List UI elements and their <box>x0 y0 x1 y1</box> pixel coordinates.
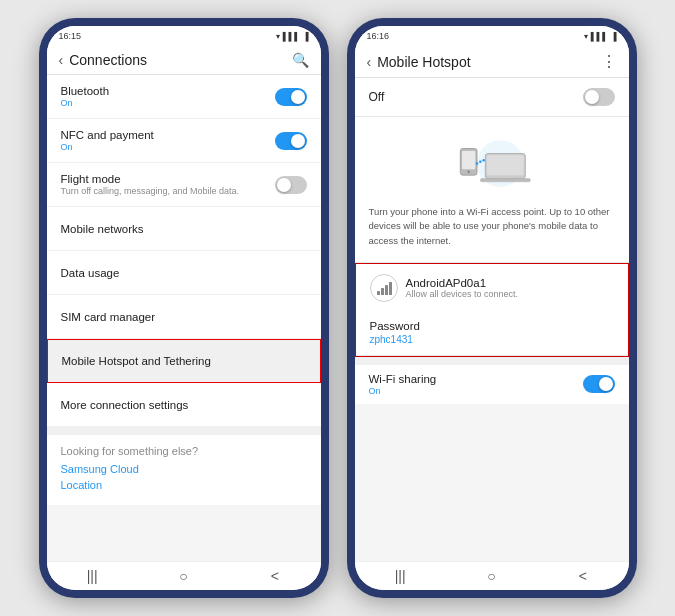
mobile-networks-item[interactable]: Mobile networks <box>47 207 321 251</box>
right-nav-bar: ||| ○ < <box>355 561 629 590</box>
hotspot-devices-image <box>442 131 542 191</box>
right-nav-menu-icon[interactable]: ||| <box>385 568 415 584</box>
network-box[interactable]: AndroidAPd0a1 Allow all devices to conne… <box>355 263 629 357</box>
network-sub: Allow all devices to connect. <box>406 289 614 299</box>
right-phone: 16:16 ▾ ▌▌▌ ▐ ‹ Mobile Hotspot ⋮ Off <box>347 18 637 598</box>
left-title-row: ‹ Connections <box>59 52 148 68</box>
flight-toggle[interactable] <box>275 176 307 194</box>
right-back-arrow-icon[interactable]: ‹ <box>367 54 372 70</box>
right-cellular-icon: ▌▌▌ <box>591 32 608 41</box>
nfc-sub: On <box>61 142 154 152</box>
svg-rect-13 <box>389 282 392 295</box>
hotspot-toggle[interactable] <box>583 88 615 106</box>
hotspot-off-row: Off <box>355 78 629 117</box>
search-icon[interactable]: 🔍 <box>292 52 309 68</box>
network-details: AndroidAPd0a1 Allow all devices to conne… <box>406 277 614 299</box>
nfc-info: NFC and payment On <box>61 129 154 152</box>
right-nav-home-icon[interactable]: ○ <box>476 568 506 584</box>
flight-title: Flight mode <box>61 173 240 185</box>
bluetooth-item[interactable]: Bluetooth On <box>47 75 321 119</box>
flight-info: Flight mode Turn off calling, messaging,… <box>61 173 240 196</box>
mobile-networks-info: Mobile networks <box>61 223 144 235</box>
mobile-networks-title: Mobile networks <box>61 223 144 235</box>
svg-rect-5 <box>487 155 524 175</box>
more-connections-title: More connection settings <box>61 399 189 411</box>
network-icon <box>370 274 398 302</box>
cellular-icon: ▌▌▌ <box>283 32 300 41</box>
right-screen-title: Mobile Hotspot <box>377 54 470 70</box>
left-content: Bluetooth On NFC and payment On <box>47 75 321 561</box>
nfc-toggle[interactable] <box>275 132 307 150</box>
network-name: AndroidAPd0a1 <box>406 277 614 289</box>
left-phone: 16:15 ▾ ▌▌▌ ▐ ‹ Connections 🔍 Bluetooth <box>39 18 329 598</box>
wifi-sharing-title: Wi-Fi sharing <box>369 373 437 385</box>
right-status-icons: ▾ ▌▌▌ ▐ <box>584 32 617 41</box>
right-top-bar: ‹ Mobile Hotspot ⋮ <box>355 46 629 78</box>
right-battery-icon: ▐ <box>611 32 617 41</box>
svg-point-9 <box>482 159 485 162</box>
settings-network-icon <box>375 279 393 297</box>
svg-rect-6 <box>480 179 530 182</box>
right-time: 16:16 <box>367 31 390 41</box>
svg-rect-10 <box>377 291 380 295</box>
left-top-bar: ‹ Connections 🔍 <box>47 46 321 75</box>
right-title-row: ‹ Mobile Hotspot <box>367 54 471 70</box>
bluetooth-sub: On <box>61 98 110 108</box>
nfc-title: NFC and payment <box>61 129 154 141</box>
nav-menu-icon[interactable]: ||| <box>77 568 107 584</box>
wifi-signal-icon: ▾ <box>276 32 280 41</box>
hotspot-image-area <box>355 117 629 201</box>
wifi-sharing-row: Wi-Fi sharing On <box>355 357 629 404</box>
svg-rect-11 <box>381 288 384 295</box>
hotspot-off-label: Off <box>369 90 385 104</box>
right-nav-back-icon[interactable]: < <box>568 568 598 584</box>
left-screen-title: Connections <box>69 52 147 68</box>
settings-list: Bluetooth On NFC and payment On <box>47 75 321 427</box>
flight-mode-item[interactable]: Flight mode Turn off calling, messaging,… <box>47 163 321 207</box>
right-wifi-icon: ▾ <box>584 32 588 41</box>
svg-rect-12 <box>385 285 388 295</box>
wifi-sharing-toggle[interactable] <box>583 375 615 393</box>
password-value: zphc1431 <box>370 334 614 345</box>
bluetooth-toggle[interactable] <box>275 88 307 106</box>
nav-home-icon[interactable]: ○ <box>168 568 198 584</box>
samsung-cloud-link[interactable]: Samsung Cloud <box>61 463 307 475</box>
svg-point-8 <box>479 161 482 164</box>
mobile-hotspot-title: Mobile Hotspot and Tethering <box>62 355 211 367</box>
left-nav-bar: ||| ○ < <box>47 561 321 590</box>
sim-manager-title: SIM card manager <box>61 311 156 323</box>
looking-section: Looking for something else? Samsung Clou… <box>47 435 321 505</box>
mobile-hotspot-item[interactable]: Mobile Hotspot and Tethering <box>47 339 321 383</box>
right-content: Off <box>355 78 629 561</box>
right-screen: 16:16 ▾ ▌▌▌ ▐ ‹ Mobile Hotspot ⋮ Off <box>355 26 629 590</box>
flight-sub: Turn off calling, messaging, and Mobile … <box>61 186 240 196</box>
left-status-icons: ▾ ▌▌▌ ▐ <box>276 32 309 41</box>
left-time: 16:15 <box>59 31 82 41</box>
nfc-item[interactable]: NFC and payment On <box>47 119 321 163</box>
more-options-icon[interactable]: ⋮ <box>601 52 617 71</box>
network-info-row: AndroidAPd0a1 Allow all devices to conne… <box>356 264 628 312</box>
wifi-sharing-info: Wi-Fi sharing On <box>369 373 437 396</box>
right-status-bar: 16:16 ▾ ▌▌▌ ▐ <box>355 26 629 46</box>
nav-back-icon[interactable]: < <box>260 568 290 584</box>
back-arrow-icon[interactable]: ‹ <box>59 52 64 68</box>
network-row: AndroidAPd0a1 Allow all devices to conne… <box>370 274 614 302</box>
section-divider <box>47 427 321 435</box>
password-label: Password <box>370 320 614 332</box>
left-screen: 16:15 ▾ ▌▌▌ ▐ ‹ Connections 🔍 Bluetooth <box>47 26 321 590</box>
password-row: Password zphc1431 <box>356 312 628 356</box>
svg-point-7 <box>475 162 478 165</box>
data-usage-item[interactable]: Data usage <box>47 251 321 295</box>
left-status-bar: 16:15 ▾ ▌▌▌ ▐ <box>47 26 321 46</box>
more-connections-item[interactable]: More connection settings <box>47 383 321 427</box>
bluetooth-title: Bluetooth <box>61 85 110 97</box>
wifi-sharing-sub: On <box>369 386 437 396</box>
svg-rect-2 <box>462 151 475 169</box>
data-usage-title: Data usage <box>61 267 120 279</box>
looking-title: Looking for something else? <box>61 445 307 457</box>
bluetooth-info: Bluetooth On <box>61 85 110 108</box>
location-link[interactable]: Location <box>61 479 307 491</box>
battery-icon: ▐ <box>303 32 309 41</box>
hotspot-description: Turn your phone into a Wi-Fi access poin… <box>355 201 629 263</box>
sim-manager-item[interactable]: SIM card manager <box>47 295 321 339</box>
